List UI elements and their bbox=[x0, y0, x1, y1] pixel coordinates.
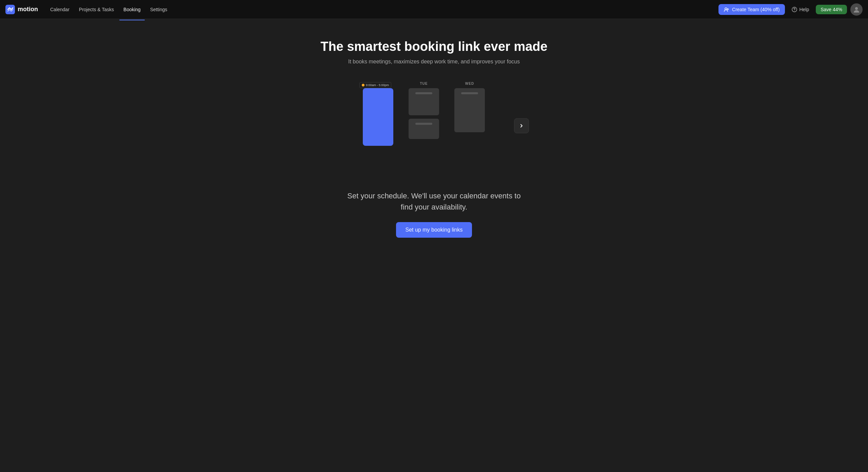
next-arrow[interactable] bbox=[514, 118, 529, 133]
save-button[interactable]: Save 44% bbox=[816, 5, 847, 14]
nav-settings[interactable]: Settings bbox=[146, 5, 172, 14]
cal-col-mon: MON 9:00am - 5:00pm bbox=[363, 82, 393, 146]
nav-calendar[interactable]: Calendar bbox=[46, 5, 74, 14]
tue-label: TUE bbox=[420, 82, 428, 85]
cal-col-wed: WED bbox=[454, 82, 485, 132]
app-name: motion bbox=[18, 6, 38, 13]
tue-block-2 bbox=[409, 119, 439, 139]
bottom-section: Set your schedule. We'll use your calend… bbox=[346, 190, 522, 238]
bottom-description: Set your schedule. We'll use your calend… bbox=[346, 190, 522, 213]
svg-point-3 bbox=[794, 11, 795, 11]
navbar: motion Calendar Projects & Tasks Booking… bbox=[0, 0, 868, 19]
avatar-icon bbox=[853, 6, 860, 13]
mon-block: 9:00am - 5:00pm bbox=[363, 88, 393, 146]
tue-block-1 bbox=[409, 88, 439, 115]
help-icon bbox=[792, 7, 797, 12]
help-button[interactable]: Help bbox=[788, 5, 812, 14]
setup-booking-button[interactable]: Set up my booking links bbox=[396, 222, 472, 238]
main-content: The smartest booking link ever made It b… bbox=[0, 19, 868, 265]
hero-subtitle: It books meetings, maximizes deep work t… bbox=[348, 59, 520, 65]
users-icon bbox=[724, 7, 729, 12]
nav-links: Calendar Projects & Tasks Booking Settin… bbox=[46, 5, 718, 14]
wed-label: WED bbox=[465, 82, 474, 85]
create-team-button[interactable]: Create Team (40% off) bbox=[718, 4, 785, 15]
nav-projects-tasks[interactable]: Projects & Tasks bbox=[75, 5, 118, 14]
logo-icon bbox=[5, 5, 15, 14]
svg-point-1 bbox=[725, 8, 727, 10]
svg-rect-0 bbox=[5, 5, 15, 14]
tag-dot bbox=[362, 84, 364, 86]
wed-block-1 bbox=[454, 88, 485, 132]
inner-bar-3 bbox=[461, 92, 478, 94]
svg-point-4 bbox=[855, 7, 858, 10]
arrow-right-icon bbox=[518, 123, 525, 129]
logo[interactable]: motion bbox=[5, 5, 38, 14]
avatar[interactable] bbox=[850, 3, 863, 16]
inner-bar-2 bbox=[415, 123, 432, 125]
time-tag: 9:00am - 5:00pm bbox=[359, 82, 391, 88]
calendar-visual: MON 9:00am - 5:00pm TUE WED bbox=[346, 82, 522, 170]
hero-title: The smartest booking link ever made bbox=[320, 39, 547, 54]
nav-booking[interactable]: Booking bbox=[119, 5, 145, 14]
nav-right: Create Team (40% off) Help Save 44% bbox=[718, 3, 863, 16]
cal-col-tue: TUE bbox=[409, 82, 439, 139]
inner-bar-1 bbox=[415, 92, 432, 94]
